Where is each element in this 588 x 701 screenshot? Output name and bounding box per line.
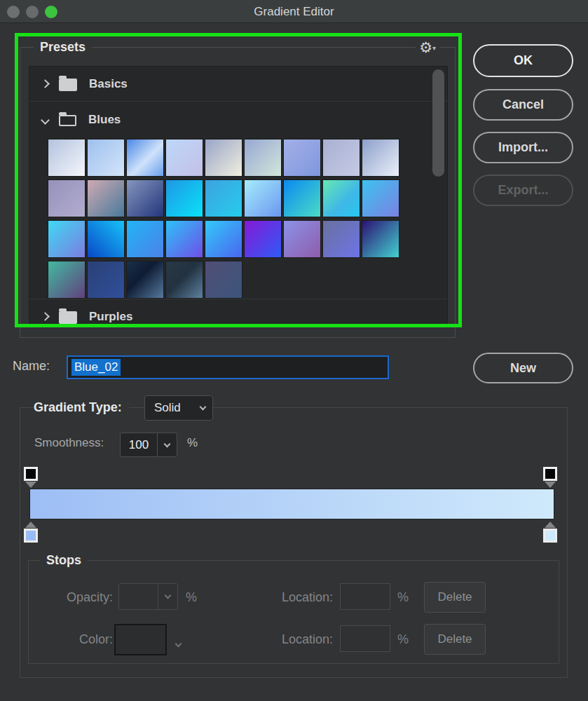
gradient-swatch[interactable]: [166, 139, 203, 176]
presets-group: Presets ⚙▾ Basics Blues Purples: [20, 47, 456, 338]
gradient-swatch[interactable]: [362, 180, 399, 217]
location-input-disabled: [340, 583, 390, 610]
gradient-swatch[interactable]: [88, 261, 124, 298]
gradient-swatch[interactable]: [284, 180, 320, 217]
gradient-swatch[interactable]: [166, 180, 203, 217]
new-button[interactable]: New: [473, 353, 573, 383]
gradient-swatch[interactable]: [245, 139, 281, 176]
opacity-stop-right-pointer: [545, 482, 556, 488]
folder-closed-icon: [59, 79, 77, 91]
folder-label: Blues: [88, 113, 121, 127]
chevron-down-icon: [165, 592, 172, 599]
chevron-down-icon: [41, 116, 50, 125]
folder-row-blues[interactable]: Blues: [29, 102, 447, 137]
gradient-swatch[interactable]: [362, 221, 399, 257]
stops-group: Stops Opacity: % Location: % Delete Colo…: [28, 560, 559, 664]
gear-glyph: ⚙: [419, 39, 432, 55]
color-stop-right[interactable]: [543, 529, 557, 543]
gradient-swatch[interactable]: [205, 261, 242, 298]
smoothness-unit: %: [187, 436, 198, 450]
export-button: Export...: [473, 175, 573, 206]
gear-icon[interactable]: ⚙▾: [416, 40, 439, 56]
location-unit: %: [397, 632, 409, 647]
folder-closed-icon: [59, 311, 77, 324]
preset-list: Basics Blues Purples: [29, 66, 448, 327]
delete-opacity-stop-button: Delete: [424, 582, 486, 613]
gradient-swatch[interactable]: [127, 180, 163, 217]
folder-row-basics[interactable]: Basics: [29, 67, 447, 102]
gradient-swatch[interactable]: [48, 180, 85, 217]
opacity-unit: %: [186, 590, 197, 605]
stops-title: Stops: [40, 552, 88, 568]
scrollbar-thumb[interactable]: [432, 69, 444, 177]
window-title: Gradient Editor: [0, 0, 588, 23]
gradient-swatch[interactable]: [127, 261, 163, 298]
opacity-stop-left[interactable]: [24, 467, 38, 481]
opacity-label: Opacity:: [54, 590, 113, 605]
gradient-swatch[interactable]: [48, 221, 85, 257]
chevron-down-icon: [164, 440, 171, 447]
gradient-swatch[interactable]: [127, 139, 163, 176]
gradient-swatch-grid: [48, 139, 399, 298]
gradient-swatch[interactable]: [323, 221, 360, 257]
color-stop-left-pointer: [25, 522, 36, 528]
smoothness-label: Smoothness:: [34, 436, 104, 450]
gradient-swatch[interactable]: [245, 180, 281, 217]
color-label: Color:: [54, 632, 113, 647]
gradient-swatch[interactable]: [362, 139, 399, 176]
gradient-swatch[interactable]: [48, 261, 85, 298]
gradient-swatch[interactable]: [284, 139, 320, 176]
gradient-swatch[interactable]: [127, 221, 163, 257]
folder-open-icon: [59, 115, 76, 126]
gradient-editor-dialog: Gradient Editor Presets ⚙▾ Basics Blues …: [0, 0, 588, 701]
location-label: Location:: [270, 590, 333, 605]
presets-title: Presets: [34, 39, 92, 55]
gradient-swatch[interactable]: [88, 180, 124, 217]
gradient-swatch[interactable]: [166, 221, 203, 257]
title-bar: Gradient Editor: [0, 0, 588, 23]
folder-label: Purples: [89, 310, 132, 324]
color-stop-right-pointer: [545, 522, 556, 528]
location-input-disabled: [340, 625, 390, 652]
location-label: Location:: [270, 632, 333, 647]
opacity-input-disabled: [118, 583, 178, 610]
name-input[interactable]: Blue_02: [67, 355, 389, 379]
gradient-swatch[interactable]: [323, 180, 360, 217]
color-swatch-disabled: [114, 624, 167, 655]
gradient-preview-bar[interactable]: [29, 489, 554, 519]
gradient-swatch[interactable]: [284, 221, 320, 257]
location-unit: %: [397, 590, 409, 605]
smoothness-dropdown-button[interactable]: [157, 433, 177, 457]
gradient-type-value: Solid: [154, 401, 181, 415]
opacity-value: [119, 584, 158, 609]
name-label: Name:: [13, 359, 50, 374]
gradient-swatch[interactable]: [205, 221, 242, 257]
delete-color-stop-button: Delete: [424, 624, 486, 655]
gradient-swatch[interactable]: [88, 221, 124, 257]
opacity-stop-left-pointer: [25, 482, 36, 488]
chevron-right-icon: [41, 312, 50, 321]
gradient-swatch[interactable]: [48, 139, 85, 176]
name-input-selected-text: Blue_02: [71, 359, 121, 376]
gradient-swatch[interactable]: [205, 180, 242, 217]
color-stop-left[interactable]: [24, 529, 38, 543]
folder-label: Basics: [89, 77, 128, 91]
gradient-swatch[interactable]: [323, 139, 360, 176]
chevron-down-icon: [175, 641, 182, 648]
opacity-stop-right[interactable]: [543, 467, 557, 481]
gradient-swatch[interactable]: [205, 139, 242, 176]
cancel-button[interactable]: Cancel: [473, 89, 573, 121]
gradient-swatch[interactable]: [245, 221, 281, 257]
folder-row-purples[interactable]: Purples: [29, 299, 447, 334]
chevron-right-icon: [41, 79, 50, 88]
gear-caret-icon: ▾: [432, 44, 436, 52]
ok-button[interactable]: OK: [473, 44, 573, 77]
gradient-swatch[interactable]: [88, 139, 124, 176]
gradient-type-select[interactable]: Solid: [144, 395, 213, 421]
smoothness-input[interactable]: 100: [120, 433, 158, 457]
chevron-down-icon: [200, 404, 207, 411]
gradient-type-label: Gradient Type:: [34, 399, 129, 416]
import-button[interactable]: Import...: [473, 132, 573, 163]
gradient-swatch[interactable]: [166, 261, 203, 298]
